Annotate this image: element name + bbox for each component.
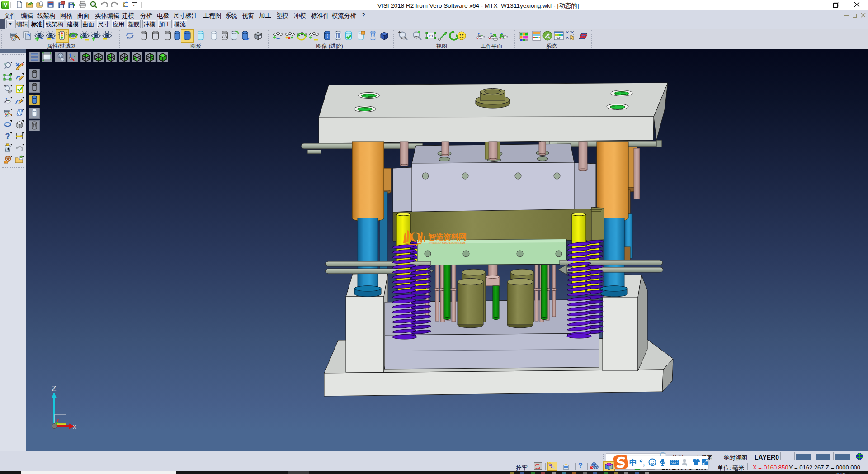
svg-text:?: ? bbox=[5, 132, 10, 141]
svg-text:7: 7 bbox=[685, 463, 688, 467]
svg-text:INTELLIGENT MANUFACTURING DATA: INTELLIGENT MANUFACTURING DATA bbox=[429, 242, 466, 244]
svg-text:X: X bbox=[72, 423, 77, 431]
svg-text:智造资料网: 智造资料网 bbox=[428, 232, 467, 242]
svg-text:Z: Z bbox=[52, 384, 56, 393]
svg-text:1:1: 1:1 bbox=[428, 34, 434, 38]
svg-text:,: , bbox=[643, 459, 645, 467]
svg-text:中: 中 bbox=[629, 458, 637, 467]
